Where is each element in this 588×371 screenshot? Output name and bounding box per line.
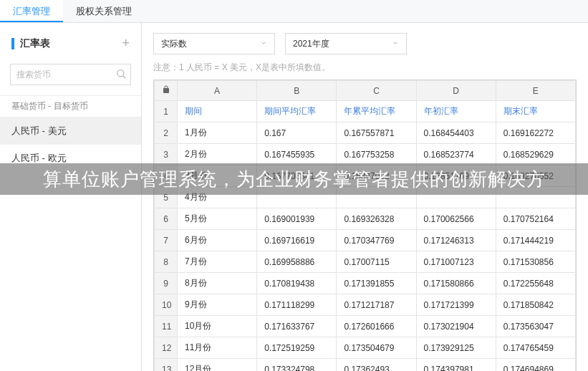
table-cell[interactable]: 0.167 — [257, 122, 337, 144]
table-cell[interactable]: 1月份 — [178, 122, 257, 144]
table-cell[interactable]: 0.168523774 — [416, 144, 496, 165]
table-row: 65月份0.1690019390.1693263280.1700625660.1… — [155, 208, 576, 230]
table-cell[interactable]: 0.167557871 — [337, 122, 416, 144]
table-cell[interactable]: 0.172255648 — [496, 273, 575, 294]
col-header[interactable]: 期间平均汇率 — [257, 101, 337, 122]
table-cell[interactable]: 0.17007115 — [337, 251, 416, 273]
table-cell[interactable]: 0.170819438 — [257, 273, 337, 294]
table-cell[interactable]: 0.171580866 — [416, 273, 496, 294]
table-cell[interactable]: 0.169958886 — [257, 251, 337, 273]
table-cell[interactable]: 7月份 — [178, 251, 257, 273]
table-cell[interactable]: 5月份 — [178, 208, 257, 230]
table-cell[interactable]: 0.172519259 — [257, 337, 337, 359]
col-letter: D — [416, 81, 496, 101]
section-indicator — [11, 38, 14, 49]
section-title: 汇率表 — [20, 37, 50, 50]
table-cell[interactable]: 0.170062566 — [416, 208, 496, 230]
row-number: 11 — [155, 316, 178, 337]
table-cell[interactable]: 10月份 — [178, 316, 257, 337]
table-cell[interactable]: 12月份 — [178, 359, 257, 372]
add-icon[interactable]: + — [122, 36, 130, 51]
table-cell[interactable]: 0.17362493 — [337, 359, 416, 372]
table-cell[interactable]: 0.171633767 — [257, 316, 337, 337]
col-header[interactable]: 年累平均汇率 — [337, 101, 416, 122]
search-input[interactable] — [10, 64, 131, 85]
table-cell[interactable]: 8月份 — [178, 273, 257, 294]
table-cell[interactable]: 0.171246313 — [416, 230, 496, 251]
currency-pair-item[interactable]: 人民币 - 美元 — [0, 117, 141, 145]
col-header[interactable]: 年初汇率 — [416, 101, 496, 122]
table-cell[interactable]: 0.174694869 — [496, 359, 575, 372]
svg-point-0 — [117, 70, 124, 77]
table-cell[interactable]: 0.173021904 — [416, 316, 496, 337]
table-cell[interactable]: 9月份 — [178, 294, 257, 316]
table-cell[interactable]: 0.167753258 — [337, 144, 416, 165]
measure-dropdown[interactable]: 实际数 — [153, 33, 275, 54]
rate-table-wrap: A B C D E 1 期间 期间平均汇率 年累平均汇率 年初汇率 期末汇率 — [153, 80, 577, 371]
table-cell[interactable]: 0.171391855 — [337, 273, 416, 294]
note-text: 注意：1 人民币 = X 美元，X是表中所填数值。 — [153, 62, 577, 74]
col-letter: E — [496, 81, 575, 101]
section-header: 汇率表 + — [0, 32, 141, 58]
svg-line-1 — [123, 76, 125, 78]
table-cell[interactable]: 0.167455935 — [257, 144, 337, 165]
chevron-down-icon — [392, 39, 399, 49]
table-cell[interactable]: 0.173504679 — [337, 337, 416, 359]
row-number: 2 — [155, 122, 178, 144]
main-tabs: 汇率管理 股权关系管理 — [0, 0, 588, 23]
col-header[interactable]: 期末汇率 — [496, 101, 575, 122]
row-number: 9 — [155, 273, 178, 294]
table-cell[interactable]: 0.171118299 — [257, 294, 337, 316]
tab-rate-management[interactable]: 汇率管理 — [0, 0, 63, 22]
table-cell[interactable]: 0.171721399 — [416, 294, 496, 316]
table-cell[interactable]: 0.169001939 — [257, 208, 337, 230]
lock-icon — [155, 81, 178, 101]
row-number: 6 — [155, 208, 178, 230]
table-row: 76月份0.1697166190.1703477690.1712463130.1… — [155, 230, 576, 251]
table-cell[interactable]: 0.168454403 — [416, 122, 496, 144]
row-number: 7 — [155, 230, 178, 251]
overlay-banner: 算单位账户管理系统，为企业财务掌管者提供的创新解决方 — [0, 163, 588, 195]
col-letter: C — [337, 81, 416, 101]
table-cell[interactable]: 0.174765459 — [496, 337, 575, 359]
table-row: 109月份0.1711182990.1712171870.1717213990.… — [155, 294, 576, 316]
table-cell[interactable]: 2月份 — [178, 144, 257, 165]
table-cell[interactable]: 0.172601666 — [337, 316, 416, 337]
table-cell[interactable]: 11月份 — [178, 337, 257, 359]
content: 实际数 2021年度 注意：1 人民币 = X 美元，X是表中所填数值。 — [142, 23, 588, 371]
search-icon[interactable] — [115, 68, 127, 82]
controls-row: 实际数 2021年度 — [153, 33, 577, 54]
table-cell[interactable]: 0.168529629 — [496, 144, 575, 165]
table-cell[interactable]: 0.173929125 — [416, 337, 496, 359]
period-value: 2021年度 — [293, 38, 329, 50]
col-letter: A — [178, 81, 257, 101]
row-number: 13 — [155, 359, 178, 372]
table-cell[interactable]: 0.171530856 — [496, 251, 575, 273]
table-header-row: 1 期间 期间平均汇率 年累平均汇率 年初汇率 期末汇率 — [155, 101, 576, 122]
table-cell[interactable]: 0.171444219 — [496, 230, 575, 251]
period-dropdown[interactable]: 2021年度 — [285, 33, 407, 54]
table-cell[interactable]: 0.173324798 — [257, 359, 337, 372]
table-letter-row: A B C D E — [155, 81, 576, 101]
table-cell[interactable]: 0.173563047 — [496, 316, 575, 337]
table-row: 1211月份0.1725192590.1735046790.1739291250… — [155, 337, 576, 359]
table-cell[interactable]: 0.171217187 — [337, 294, 416, 316]
table-cell[interactable]: 0.171007123 — [416, 251, 496, 273]
table-cell[interactable]: 0.169716619 — [257, 230, 337, 251]
tab-equity-management[interactable]: 股权关系管理 — [63, 0, 145, 22]
search-wrap — [10, 64, 131, 85]
table-cell[interactable]: 0.169326328 — [337, 208, 416, 230]
table-row: 87月份0.1699588860.170071150.1710071230.17… — [155, 251, 576, 273]
table-cell[interactable]: 0.169162272 — [496, 122, 575, 144]
measure-value: 实际数 — [161, 38, 187, 50]
table-cell[interactable]: 0.174397981 — [416, 359, 496, 372]
table-cell[interactable]: 0.170347769 — [337, 230, 416, 251]
table-cell[interactable]: 0.171850842 — [496, 294, 575, 316]
row-number: 3 — [155, 144, 178, 165]
section-title-wrap: 汇率表 — [11, 37, 50, 50]
row-number: 12 — [155, 337, 178, 359]
table-cell[interactable]: 0.170752164 — [496, 208, 575, 230]
table-cell[interactable]: 6月份 — [178, 230, 257, 251]
col-header[interactable]: 期间 — [178, 101, 257, 122]
table-row: 32月份0.1674559350.1677532580.1685237740.1… — [155, 144, 576, 165]
